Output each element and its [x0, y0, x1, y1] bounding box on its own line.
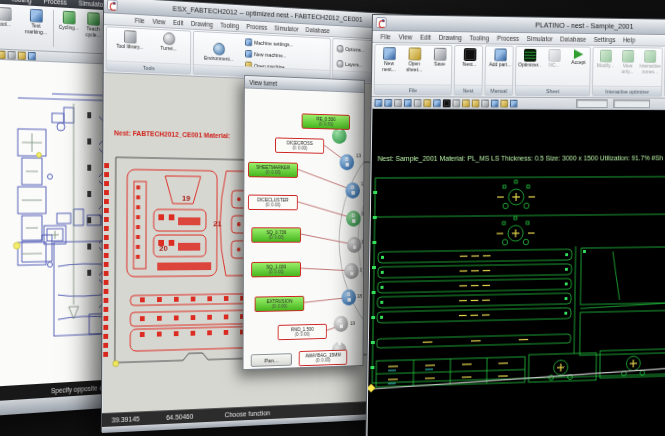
add-part-button[interactable]: Add part...	[489, 48, 512, 68]
turret-dialog-title: View turret	[249, 78, 277, 86]
group-label-sheet: Sheet	[516, 85, 589, 95]
quick-icon[interactable]	[433, 99, 441, 107]
menu-drawing[interactable]: Drawing	[191, 20, 213, 28]
turret-station-ball[interactable]: D	[346, 211, 361, 227]
status-x-coordinate: 39.39145	[112, 415, 140, 423]
quick-icon[interactable]	[443, 99, 451, 107]
accept-arrow-icon	[574, 49, 583, 59]
tool-label: RND_1.500(0: 0.00)	[278, 324, 327, 340]
menu-file[interactable]: File	[135, 17, 145, 24]
status-field	[576, 99, 608, 108]
quick-icon[interactable]	[481, 99, 489, 107]
new-nest-button[interactable]: New nest...	[377, 47, 401, 73]
open-sheet-button[interactable]: Open sheet...	[402, 47, 426, 73]
menu-process[interactable]: Process	[246, 23, 267, 31]
nest-info-text: Nest: Sample_2001 Material: PL_MS LS Thi…	[378, 154, 663, 162]
layers-button[interactable]: Layers...	[337, 60, 363, 69]
modify-button[interactable]: Modify...	[595, 50, 616, 69]
tab-simulator[interactable]: Simulator	[79, 0, 106, 8]
app-logo-icon	[107, 0, 118, 11]
environment-icon	[213, 42, 225, 55]
tab-process[interactable]: Process	[44, 0, 67, 5]
ribbon-group-tools: Tool library... Turret... Tools	[106, 26, 192, 74]
menu-edit[interactable]: Edit	[173, 19, 183, 26]
turret-dialog-body[interactable]: B B D C C B C 13 14 15 16 17 18 19 RE_0.…	[243, 88, 363, 369]
quick-icon[interactable]	[510, 99, 518, 107]
turret-icon	[163, 32, 175, 45]
accept-button[interactable]: Accept	[567, 49, 590, 66]
options-icon	[337, 45, 344, 53]
quick-icon-1[interactable]	[0, 50, 6, 59]
quick-icon-2[interactable]	[8, 50, 16, 59]
pan-button[interactable]: Pan...	[251, 353, 292, 367]
menu-database[interactable]: Database	[306, 26, 330, 34]
modify-icon	[599, 50, 611, 63]
status-field	[613, 99, 650, 108]
nest-origin-marker	[113, 360, 119, 366]
right-nest-canvas[interactable]: Nest: Sample_2001 Material: PL_MS LS Thi…	[367, 109, 665, 436]
quick-icon[interactable]	[452, 99, 460, 107]
menu-help[interactable]: Help	[623, 36, 635, 43]
tool-button[interactable]: tool...	[0, 6, 19, 28]
status-prompt: Choose function	[225, 409, 271, 418]
menu-settings[interactable]: Settings	[594, 36, 616, 43]
quick-icon[interactable]	[491, 99, 499, 107]
app-logo-icon	[376, 17, 387, 28]
menu-process[interactable]: Process	[497, 35, 519, 42]
quick-icon[interactable]	[394, 99, 402, 107]
turret-station-ball[interactable]: C	[347, 237, 362, 253]
menu-simulator[interactable]: Simulator	[274, 24, 298, 32]
menu-view[interactable]: View	[152, 18, 165, 26]
station-number: 15	[362, 211, 364, 217]
text-marking-button[interactable]: Text marking...	[21, 8, 51, 36]
menu-view[interactable]: View	[399, 33, 413, 40]
quick-icon-3[interactable]	[18, 51, 26, 60]
menu-edit[interactable]: Edit	[420, 34, 431, 41]
options-button[interactable]: Options...	[337, 45, 365, 54]
environment-button[interactable]: Environment...	[197, 42, 239, 63]
station-number: 17	[360, 267, 364, 273]
quick-icon[interactable]	[500, 99, 508, 107]
quick-icon-4[interactable]	[28, 51, 36, 60]
group-label-tools: Tools	[107, 60, 190, 73]
save-button[interactable]: Save	[428, 48, 452, 68]
quick-icon[interactable]	[462, 99, 470, 107]
optimizer-button[interactable]: Optimizer...	[518, 49, 541, 69]
menu-simulator[interactable]: Simulator	[527, 35, 553, 42]
turret-station-ball[interactable]: B	[340, 154, 355, 170]
menu-tooling[interactable]: Tooling	[220, 22, 239, 30]
turret-station-ball[interactable]: B	[345, 182, 360, 198]
quick-icon[interactable]	[414, 99, 422, 107]
nest-button[interactable]: Nest...	[458, 48, 481, 68]
teach-cycle-button[interactable]: Teach cycle...	[82, 12, 103, 39]
interactive-zones-button[interactable]: Interactive zones...	[639, 50, 660, 75]
cycling-button[interactable]: Cycling...	[57, 10, 81, 31]
ribbon-group-interactive-optimizer: Modify... View only... Interactive zones…	[592, 47, 663, 97]
menu-database[interactable]: Database	[560, 36, 586, 43]
status-y-coordinate: 64.50460	[166, 413, 193, 421]
tool-library-button[interactable]: Tool library...	[111, 29, 149, 50]
group-label-manual: Manual	[485, 85, 512, 95]
part-number-21: 21	[213, 219, 222, 228]
ribbon-group-file: New nest... Open sheet... Save File	[374, 44, 453, 95]
view-only-button[interactable]: View only...	[617, 50, 638, 75]
menu-tooling[interactable]: Tooling	[469, 34, 489, 41]
machine-settings-button[interactable]: Machine settings...	[245, 38, 293, 48]
nc-button[interactable]: NC...	[543, 49, 566, 69]
menu-file[interactable]: File	[380, 33, 390, 40]
open-sheet-icon	[408, 47, 421, 60]
quick-icon[interactable]	[375, 99, 383, 107]
text-marking-icon	[29, 9, 42, 23]
quick-icon[interactable]	[423, 99, 431, 107]
turret-station-ball[interactable]	[332, 128, 347, 144]
new-machine-button[interactable]: New machine...	[245, 50, 287, 60]
menu-drawing[interactable]: Drawing	[439, 34, 462, 41]
sheet-origin-marker	[367, 384, 375, 392]
quick-icon[interactable]	[472, 99, 480, 107]
turret-button[interactable]: Turret...	[151, 32, 187, 53]
tab-tooling[interactable]: Tooling	[11, 0, 32, 3]
quick-icon[interactable]	[404, 99, 412, 107]
ribbon-group-sheet: Optimizer... NC... Accept Sheet	[515, 46, 591, 97]
quick-icon[interactable]	[384, 99, 392, 107]
nc-icon	[548, 49, 560, 62]
